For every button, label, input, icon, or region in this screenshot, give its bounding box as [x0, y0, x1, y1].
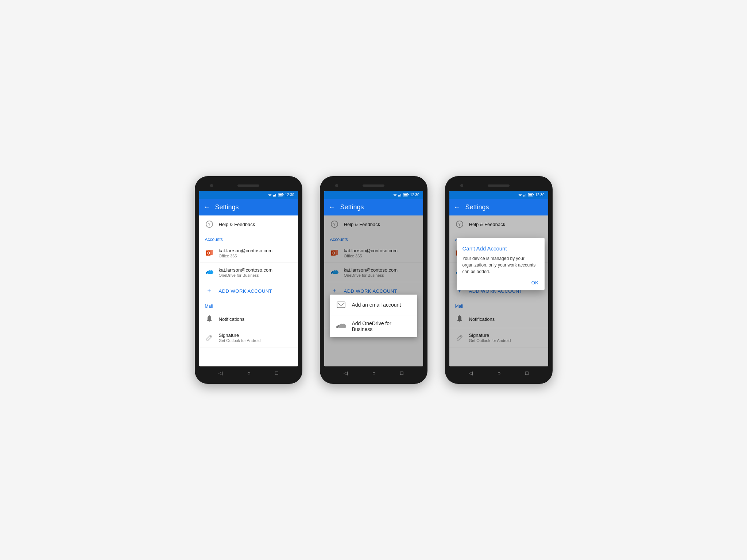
add-work-account-1[interactable]: + ADD WORK ACCOUNT	[199, 282, 298, 300]
dialog-title: Can't Add Account	[462, 245, 539, 252]
help-feedback-text-2: Help & Feedback	[344, 222, 417, 227]
battery-icon-1	[278, 193, 284, 197]
svg-rect-2	[275, 194, 276, 197]
svg-rect-15	[408, 194, 409, 195]
app-bar-title-1: Settings	[215, 203, 239, 211]
plus-icon-1: +	[205, 287, 214, 295]
add-email-label: Add an email account	[352, 302, 401, 308]
svg-rect-27	[529, 194, 532, 196]
add-onedrive-item[interactable]: Add OneDrive for Business	[330, 315, 417, 337]
svg-rect-1	[274, 195, 275, 197]
back-button-3[interactable]: ←	[454, 203, 460, 211]
phone-3-speaker	[488, 184, 510, 187]
phone-2-top-bar	[324, 180, 423, 191]
phone-3-top-bar	[449, 180, 548, 191]
accounts-section-1: Accounts	[199, 233, 298, 244]
help-feedback-item-1[interactable]: ? Help & Feedback	[199, 215, 298, 233]
status-bar-2: 12:30	[324, 191, 423, 199]
signature-item-3[interactable]: Signature Get Outlook for Android	[449, 328, 548, 347]
phone-3-screen: 12:30 ← Settings ? Help & Feedback Acco	[449, 191, 548, 366]
svg-rect-26	[533, 194, 534, 195]
help-feedback-item-2[interactable]: ? Help & Feedback	[324, 215, 423, 233]
status-time-3: 12:30	[535, 193, 544, 197]
dialog-ok-button[interactable]: OK	[531, 280, 539, 285]
nav-back-3[interactable]: ◁	[469, 370, 473, 376]
svg-rect-16	[404, 194, 407, 196]
phone-2-speaker	[363, 184, 384, 187]
phone-1-top-bar	[199, 180, 298, 191]
status-bar-1: 12:30	[199, 191, 298, 199]
svg-rect-23	[525, 195, 525, 197]
help-feedback-text-3: Help & Feedback	[469, 222, 542, 227]
account2-item-2[interactable]: kat.larrson@contoso.com OneDrive for Bus…	[324, 263, 423, 282]
cant-add-account-dialog: Can't Add Account Your device is managed…	[457, 238, 545, 290]
account1-item-1[interactable]: O kat.larrson@contoso.com Office 365	[199, 244, 298, 263]
svg-text:O: O	[207, 251, 210, 255]
notifications-text-1: Notifications	[219, 316, 292, 322]
signature-item-1[interactable]: Signature Get Outlook for Android	[199, 328, 298, 347]
signature-text-3: Signature Get Outlook for Android	[469, 332, 542, 343]
status-icons-3: 12:30	[518, 193, 544, 197]
svg-rect-11	[398, 195, 399, 197]
nav-recent-1[interactable]: □	[275, 370, 278, 376]
wifi-icon-3	[518, 193, 522, 197]
account1-item-2[interactable]: O kat.larrson@contoso.com Office 365	[324, 244, 423, 263]
account2-item-1[interactable]: kat.larrson@contoso.com OneDrive for Bus…	[199, 263, 298, 282]
dropdown-popup-2: Add an email account Add OneDrive for Bu…	[330, 295, 417, 337]
notifications-item-1[interactable]: Notifications	[199, 310, 298, 328]
phone-1-nav: ◁ ○ □	[199, 366, 298, 380]
nav-home-2[interactable]: ○	[372, 370, 375, 376]
pen-icon-1	[205, 333, 214, 342]
status-time-2: 12:30	[410, 193, 419, 197]
svg-rect-4	[283, 194, 284, 195]
onedrive-icon-dropdown	[336, 321, 346, 331]
signal-icon-2	[398, 193, 402, 197]
svg-rect-24	[526, 194, 526, 197]
nav-recent-2[interactable]: □	[400, 370, 403, 376]
dialog-actions: OK	[462, 280, 539, 285]
signature-text-1: Signature Get Outlook for Android	[219, 332, 292, 343]
help-feedback-item-3[interactable]: ? Help & Feedback	[449, 215, 548, 233]
nav-back-2[interactable]: ◁	[344, 370, 348, 376]
notifications-text-3: Notifications	[469, 316, 542, 322]
back-button-2[interactable]: ←	[329, 203, 335, 211]
wifi-icon-1	[268, 193, 272, 197]
nav-home-1[interactable]: ○	[247, 370, 250, 376]
svg-rect-13	[400, 194, 401, 197]
phone-1-speaker	[237, 184, 259, 187]
status-icons-2: 12:30	[393, 193, 419, 197]
status-bar-3: 12:30	[449, 191, 548, 199]
office-icon-2: O	[330, 249, 339, 257]
signal-icon-3	[523, 193, 527, 197]
phone-2-screen: 12:30 ← Settings ? Help & Feedback Acco	[324, 191, 423, 366]
dialog-message: Your device is managed by your organizat…	[462, 255, 539, 275]
phone-2-body: 12:30 ← Settings ? Help & Feedback Acco	[320, 176, 427, 384]
phone-2-nav: ◁ ○ □	[324, 366, 423, 380]
svg-text:O: O	[332, 251, 335, 255]
notifications-item-3[interactable]: Notifications	[449, 310, 548, 328]
status-icons-1: 12:30	[268, 193, 294, 197]
phone-2: 12:30 ← Settings ? Help & Feedback Acco	[320, 176, 427, 384]
svg-rect-12	[399, 195, 400, 197]
battery-icon-3	[528, 193, 534, 197]
nav-back-1[interactable]: ◁	[218, 370, 222, 376]
back-button-1[interactable]: ←	[204, 203, 210, 211]
help-feedback-text-1: Help & Feedback	[219, 222, 292, 227]
nav-recent-3[interactable]: □	[525, 370, 528, 376]
help-icon-3: ?	[455, 220, 464, 229]
nav-home-3[interactable]: ○	[498, 370, 500, 376]
help-icon-1: ?	[205, 220, 214, 229]
wifi-icon-2	[393, 193, 397, 197]
svg-line-32	[460, 336, 461, 337]
add-email-item[interactable]: Add an email account	[330, 295, 417, 315]
phone-3-camera	[460, 184, 463, 187]
account1-text-1: kat.larrson@contoso.com Office 365	[219, 248, 292, 258]
bell-icon-3	[455, 315, 464, 323]
phone-3-body: 12:30 ← Settings ? Help & Feedback Acco	[445, 176, 553, 384]
phone-1-camera	[210, 184, 213, 187]
svg-rect-22	[523, 195, 524, 197]
svg-rect-5	[279, 194, 282, 196]
signal-icon-1	[273, 193, 277, 197]
app-bar-1: ← Settings	[199, 199, 298, 215]
phone-1-screen: 12:30 ← Settings ? Help & Feedback	[199, 191, 298, 366]
